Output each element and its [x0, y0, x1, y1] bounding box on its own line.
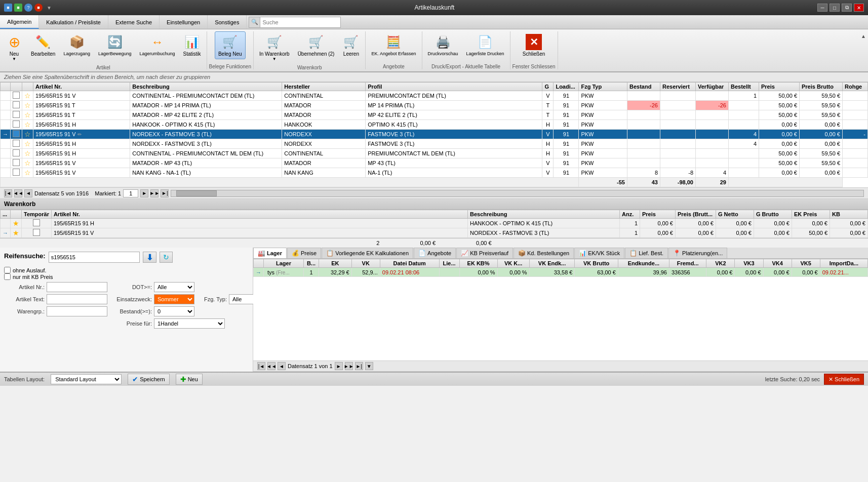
lager-col-vk3[interactable]: VK3 — [735, 259, 763, 268]
toolbar-btn-statistik[interactable]: 📊 Statistik — [180, 31, 205, 59]
wk-row-star[interactable]: ★ — [11, 228, 22, 238]
lager-col-import[interactable]: ImportDa... — [820, 259, 867, 268]
toolbar-btn-in-warenkorb[interactable]: 🛒 In Warenkorb ▼ — [256, 31, 293, 64]
col-header-reserviert[interactable]: Reserviert — [660, 83, 696, 91]
toolbar-btn-lagerliste[interactable]: 📄 Lagerliste Drucken — [463, 31, 508, 59]
lager-pag-next-fast[interactable]: ►► — [345, 362, 353, 370]
toolbar-btn-bearbeiten[interactable]: ✏️ Bearbeiten — [27, 31, 59, 59]
col-header-bestand[interactable]: Bestand — [627, 83, 660, 91]
search-down-btn[interactable]: ⬇ — [143, 252, 156, 263]
pag-prev-fast[interactable]: ◄◄ — [14, 189, 22, 197]
tab-lager[interactable]: 🏭 Lager — [253, 248, 287, 259]
toolbar-btn-leeren[interactable]: 🛒 Leeren — [339, 31, 363, 59]
tab-kb-preisverlauf[interactable]: 📈 KB Preisverlauf — [456, 248, 513, 258]
pag-next-fast[interactable]: ►► — [150, 189, 159, 197]
row-star[interactable]: ☆ — [22, 101, 33, 110]
col-header-star[interactable] — [22, 83, 33, 91]
menu-item-externe-suche[interactable]: Externe Suche — [108, 15, 160, 29]
col-header-preis[interactable]: Preis — [759, 83, 800, 91]
title-controls[interactable]: ─ □ ⧉ ✕ — [817, 4, 864, 12]
menu-item-kalkulation[interactable]: Kalkulation / Preisliste — [39, 15, 108, 29]
artikel-nr-input[interactable] — [47, 282, 107, 292]
wk-col-preis[interactable]: Preis — [640, 210, 676, 219]
toolbar-btn-druckvorschau[interactable]: 🖨️ Druckvorschau — [424, 31, 462, 59]
ohne-auslauf-checkbox-label[interactable]: ohne Auslauf. — [4, 267, 47, 273]
close-button[interactable]: ✕ — [854, 4, 864, 12]
col-header-hersteller[interactable]: Hersteller — [282, 83, 366, 91]
table-row[interactable]: ☆ 195/65R15 91 V MATADOR - MP 43 (TL) MA… — [1, 158, 868, 168]
pag-next[interactable]: ► — [140, 189, 148, 197]
tab-preise[interactable]: 💰 Preise — [287, 248, 321, 258]
lager-col-lie[interactable]: Lie... — [439, 259, 459, 268]
lager-pag-first[interactable]: |◄ — [257, 362, 265, 370]
toolbar-btn-schliessen[interactable]: ✕ Schließen — [519, 31, 548, 59]
wk-row-check[interactable] — [22, 219, 52, 228]
table-row[interactable]: ☆ 195/65R15 91 V CONTINENTAL - PREMIUMCO… — [1, 91, 868, 101]
lager-col-endkunde[interactable]: Endkunde... — [618, 259, 669, 268]
lager-pag-next[interactable]: ► — [335, 362, 343, 370]
row-check[interactable] — [11, 139, 22, 149]
toolbar-btn-lagerbewegung[interactable]: 🔄 LagerBewegung — [95, 31, 135, 59]
pag-first[interactable]: |◄ — [4, 189, 12, 197]
row-check[interactable] — [11, 120, 22, 130]
table-row[interactable]: → ☆ 195/65R15 91 V ✏ NORDEXX - FASTMOVE … — [1, 130, 868, 139]
lager-col-ek[interactable]: EK — [319, 259, 351, 268]
row-star[interactable]: ☆ — [22, 139, 33, 149]
ohne-auslauf-checkbox[interactable] — [4, 267, 11, 273]
toolbar-btn-uebernehmen[interactable]: 🛒 Übernehmen (2) — [294, 31, 338, 59]
table-row[interactable]: ☆ 195/65R15 91 H HANKOOK - OPTIMO K 415 … — [1, 120, 868, 130]
lager-pag-prev[interactable]: ◄ — [278, 362, 286, 370]
col-header-beschreibung[interactable]: Beschreibung — [130, 83, 282, 91]
table-row[interactable]: ☆ 195/65R15 91 T MATADOR - MP 14 PRIMA (… — [1, 101, 868, 110]
table-row[interactable]: ☆ 195/65R15 91 T MATADOR - MP 42 ELITE 2… — [1, 110, 868, 120]
tab-vorliegende[interactable]: 📋 Vorliegende EK Kalkulationen — [322, 248, 413, 258]
tab-platzierung[interactable]: 📍 Platzierung(en... — [668, 248, 727, 258]
lager-col-vk-brutto[interactable]: VK Brutto — [575, 259, 618, 268]
pag-input[interactable] — [123, 189, 138, 197]
lager-col-datum[interactable]: Datei Datum — [380, 259, 439, 268]
table-row[interactable]: ☆ 195/65R15 91 H CONTINENTAL - PREMIUMCO… — [1, 149, 868, 158]
search-input[interactable] — [260, 17, 341, 28]
col-header-preis-brutto[interactable]: Preis Brutto — [800, 83, 843, 91]
wk-row-star[interactable]: ★ — [11, 219, 22, 228]
col-header-bestellt[interactable]: Bestellt — [729, 83, 759, 91]
row-check[interactable] — [11, 130, 22, 139]
menu-item-einstellungen[interactable]: Einstellungen — [160, 15, 208, 29]
col-header-profil[interactable]: Profil — [366, 83, 542, 91]
lager-col-vk5[interactable]: VK5 — [792, 259, 820, 268]
lager-col-vk4[interactable]: VK4 — [763, 259, 792, 268]
wk-col-anz[interactable]: Anz. — [620, 210, 640, 219]
col-header-loading[interactable]: Loadi... — [554, 83, 579, 91]
row-check[interactable] — [11, 101, 22, 110]
tab-ek-vk-stueck[interactable]: 📊 EK/VK Stück — [574, 248, 624, 258]
toolbar-btn-lagerumbuchung[interactable]: ↔️ Lagerumbuchung — [136, 31, 178, 59]
menu-item-allgemein[interactable]: Allgemein — [0, 15, 39, 29]
col-header-fzg-typ[interactable]: Fzg Typ — [579, 83, 627, 91]
lager-col-lager[interactable]: Lager — [264, 259, 304, 268]
wk-col-ek-preis[interactable]: EK Preis — [792, 210, 830, 219]
col-header-g[interactable]: G — [542, 83, 554, 91]
neu-status-button[interactable]: ✚ Neu — [176, 374, 203, 385]
lager-pag-last[interactable]: ►| — [355, 362, 363, 370]
lager-col-vk2[interactable]: VK2 — [706, 259, 735, 268]
table-row[interactable]: ☆ 195/65R15 91 V NAN KANG - NA-1 (TL) NA… — [1, 168, 868, 178]
wk-col-check[interactable]: Temporär — [22, 210, 52, 219]
lager-col-arrow[interactable] — [254, 259, 264, 268]
nur-kb-checkbox-label[interactable]: nur mit KB Preis — [4, 273, 249, 280]
wk-col-g-netto[interactable]: G Netto — [716, 210, 754, 219]
menu-item-sonstiges[interactable]: Sonstiges — [208, 15, 247, 29]
tab-lief-best[interactable]: 📋 Lief. Best. — [625, 248, 668, 258]
pag-prev[interactable]: ◄ — [24, 189, 32, 197]
wk-col-kb[interactable]: KB — [830, 210, 868, 219]
warenkorb-row[interactable]: → ★ 195/65R15 91 V NORDEXX - FASTMOVE 3 … — [1, 228, 868, 238]
wk-col-beschreibung[interactable]: Beschreibung — [468, 210, 620, 219]
restore-button[interactable]: ⧉ — [842, 4, 852, 12]
row-star[interactable]: ☆ — [22, 91, 33, 101]
toolbar-btn-lagerzugang[interactable]: 📦 Lagerzugang — [60, 31, 94, 59]
speichern-button[interactable]: ✔ Speichern — [128, 374, 170, 385]
wk-col-arrow[interactable]: ... — [1, 210, 11, 219]
artikel-text-input[interactable] — [47, 294, 107, 304]
lager-col-vk-end[interactable]: VK Endk... — [529, 259, 575, 268]
row-check[interactable] — [11, 91, 22, 101]
lager-col-ek-kb[interactable]: EK KB% — [459, 259, 497, 268]
